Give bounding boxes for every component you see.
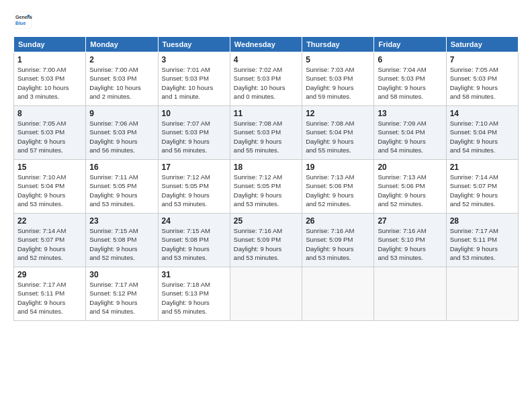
day-number: 9 (89, 109, 154, 118)
day-info: Sunrise: 7:10 AM Sunset: 5:04 PM Dayligh… (450, 119, 515, 154)
calendar-cell: 23Sunrise: 7:15 AM Sunset: 5:08 PM Dayli… (86, 214, 158, 267)
day-number: 8 (17, 109, 82, 118)
calendar-cell: 4Sunrise: 7:02 AM Sunset: 5:03 PM Daylig… (230, 52, 302, 106)
calendar-cell: 9Sunrise: 7:06 AM Sunset: 5:03 PM Daylig… (86, 106, 158, 160)
day-number: 3 (162, 55, 226, 64)
calendar-cell (302, 267, 374, 321)
calendar-cell: 24Sunrise: 7:15 AM Sunset: 5:08 PM Dayli… (158, 214, 230, 267)
svg-rect-0 (15, 12, 32, 29)
day-number: 31 (162, 270, 226, 279)
calendar-week: 29Sunrise: 7:17 AM Sunset: 5:11 PM Dayli… (14, 267, 519, 321)
day-number: 19 (306, 163, 370, 172)
day-number: 26 (306, 216, 370, 226)
calendar-cell: 20Sunrise: 7:13 AM Sunset: 5:06 PM Dayli… (374, 160, 446, 214)
calendar-cell: 25Sunrise: 7:16 AM Sunset: 5:09 PM Dayli… (230, 214, 302, 267)
day-number: 21 (450, 163, 515, 172)
day-number: 18 (234, 163, 298, 172)
calendar-cell: 1Sunrise: 7:00 AM Sunset: 5:03 PM Daylig… (14, 52, 86, 106)
day-info: Sunrise: 7:06 AM Sunset: 5:03 PM Dayligh… (89, 119, 154, 154)
day-number: 16 (89, 163, 154, 172)
day-info: Sunrise: 7:01 AM Sunset: 5:03 PM Dayligh… (162, 65, 226, 101)
calendar-cell: 19Sunrise: 7:13 AM Sunset: 5:06 PM Dayli… (302, 160, 374, 214)
day-info: Sunrise: 7:16 AM Sunset: 5:09 PM Dayligh… (234, 226, 298, 262)
header-day: Saturday (446, 37, 518, 52)
day-info: Sunrise: 7:00 AM Sunset: 5:03 PM Dayligh… (17, 65, 82, 101)
header-row: SundayMondayTuesdayWednesdayThursdayFrid… (14, 37, 519, 52)
day-info: Sunrise: 7:17 AM Sunset: 5:11 PM Dayligh… (450, 226, 515, 262)
page: General Blue SundayMondayTuesdayWednesda… (0, 0, 532, 411)
calendar-cell: 6Sunrise: 7:04 AM Sunset: 5:03 PM Daylig… (374, 52, 446, 106)
header-day: Wednesday (230, 37, 302, 52)
calendar-cell (230, 267, 302, 321)
day-info: Sunrise: 7:08 AM Sunset: 5:03 PM Dayligh… (234, 119, 298, 154)
day-number: 6 (378, 55, 442, 64)
day-number: 23 (89, 216, 154, 226)
day-info: Sunrise: 7:05 AM Sunset: 5:03 PM Dayligh… (450, 65, 515, 101)
day-info: Sunrise: 7:18 AM Sunset: 5:13 PM Dayligh… (162, 280, 226, 316)
calendar-cell: 5Sunrise: 7:03 AM Sunset: 5:03 PM Daylig… (302, 52, 374, 106)
day-number: 30 (89, 270, 154, 279)
header-day: Tuesday (158, 37, 230, 52)
calendar-cell: 31Sunrise: 7:18 AM Sunset: 5:13 PM Dayli… (158, 267, 230, 321)
header-day: Monday (86, 37, 158, 52)
day-info: Sunrise: 7:13 AM Sunset: 5:06 PM Dayligh… (306, 173, 370, 208)
day-number: 24 (162, 216, 226, 226)
calendar: SundayMondayTuesdayWednesdayThursdayFrid… (13, 36, 519, 321)
day-number: 5 (306, 55, 370, 64)
day-number: 25 (234, 216, 298, 226)
calendar-cell: 10Sunrise: 7:07 AM Sunset: 5:03 PM Dayli… (158, 106, 230, 160)
day-info: Sunrise: 7:12 AM Sunset: 5:05 PM Dayligh… (234, 173, 298, 208)
calendar-week: 15Sunrise: 7:10 AM Sunset: 5:04 PM Dayli… (14, 160, 519, 214)
header: General Blue (13, 11, 519, 30)
calendar-cell: 22Sunrise: 7:14 AM Sunset: 5:07 PM Dayli… (14, 214, 86, 267)
header-day: Thursday (302, 37, 374, 52)
calendar-cell: 8Sunrise: 7:05 AM Sunset: 5:03 PM Daylig… (14, 106, 86, 160)
calendar-cell: 7Sunrise: 7:05 AM Sunset: 5:03 PM Daylig… (446, 52, 518, 106)
day-info: Sunrise: 7:00 AM Sunset: 5:03 PM Dayligh… (89, 65, 154, 101)
day-number: 22 (17, 216, 82, 226)
calendar-body: 1Sunrise: 7:00 AM Sunset: 5:03 PM Daylig… (14, 52, 519, 321)
calendar-cell: 13Sunrise: 7:09 AM Sunset: 5:04 PM Dayli… (374, 106, 446, 160)
day-number: 4 (234, 55, 298, 64)
day-number: 15 (17, 163, 82, 172)
logo: General Blue (13, 11, 32, 30)
day-number: 28 (450, 216, 515, 226)
calendar-week: 8Sunrise: 7:05 AM Sunset: 5:03 PM Daylig… (14, 106, 519, 160)
day-number: 2 (89, 55, 154, 64)
day-info: Sunrise: 7:04 AM Sunset: 5:03 PM Dayligh… (378, 65, 442, 101)
day-info: Sunrise: 7:16 AM Sunset: 5:10 PM Dayligh… (378, 226, 442, 262)
calendar-cell (446, 267, 518, 321)
calendar-cell: 30Sunrise: 7:17 AM Sunset: 5:12 PM Dayli… (86, 267, 158, 321)
calendar-cell: 15Sunrise: 7:10 AM Sunset: 5:04 PM Dayli… (14, 160, 86, 214)
day-info: Sunrise: 7:16 AM Sunset: 5:09 PM Dayligh… (306, 226, 370, 262)
day-info: Sunrise: 7:03 AM Sunset: 5:03 PM Dayligh… (306, 65, 370, 101)
day-number: 13 (378, 109, 442, 118)
calendar-cell: 26Sunrise: 7:16 AM Sunset: 5:09 PM Dayli… (302, 214, 374, 267)
calendar-cell: 16Sunrise: 7:11 AM Sunset: 5:05 PM Dayli… (86, 160, 158, 214)
calendar-cell: 21Sunrise: 7:14 AM Sunset: 5:07 PM Dayli… (446, 160, 518, 214)
day-info: Sunrise: 7:11 AM Sunset: 5:05 PM Dayligh… (89, 173, 154, 208)
svg-text:General: General (15, 15, 32, 19)
day-info: Sunrise: 7:15 AM Sunset: 5:08 PM Dayligh… (162, 226, 226, 262)
day-info: Sunrise: 7:09 AM Sunset: 5:04 PM Dayligh… (378, 119, 442, 154)
day-info: Sunrise: 7:17 AM Sunset: 5:11 PM Dayligh… (17, 280, 82, 316)
calendar-cell: 28Sunrise: 7:17 AM Sunset: 5:11 PM Dayli… (446, 214, 518, 267)
day-number: 29 (17, 270, 82, 279)
logo-icon: General Blue (13, 11, 32, 30)
calendar-cell: 3Sunrise: 7:01 AM Sunset: 5:03 PM Daylig… (158, 52, 230, 106)
day-number: 10 (162, 109, 226, 118)
day-number: 11 (234, 109, 298, 118)
day-info: Sunrise: 7:02 AM Sunset: 5:03 PM Dayligh… (234, 65, 298, 101)
header-day: Friday (374, 37, 446, 52)
calendar-cell: 2Sunrise: 7:00 AM Sunset: 5:03 PM Daylig… (86, 52, 158, 106)
calendar-cell (374, 267, 446, 321)
calendar-cell: 14Sunrise: 7:10 AM Sunset: 5:04 PM Dayli… (446, 106, 518, 160)
day-number: 17 (162, 163, 226, 172)
calendar-cell: 11Sunrise: 7:08 AM Sunset: 5:03 PM Dayli… (230, 106, 302, 160)
calendar-cell: 12Sunrise: 7:08 AM Sunset: 5:04 PM Dayli… (302, 106, 374, 160)
day-number: 12 (306, 109, 370, 118)
day-number: 1 (17, 55, 82, 64)
day-info: Sunrise: 7:14 AM Sunset: 5:07 PM Dayligh… (450, 173, 515, 208)
calendar-week: 22Sunrise: 7:14 AM Sunset: 5:07 PM Dayli… (14, 214, 519, 267)
calendar-cell: 29Sunrise: 7:17 AM Sunset: 5:11 PM Dayli… (14, 267, 86, 321)
